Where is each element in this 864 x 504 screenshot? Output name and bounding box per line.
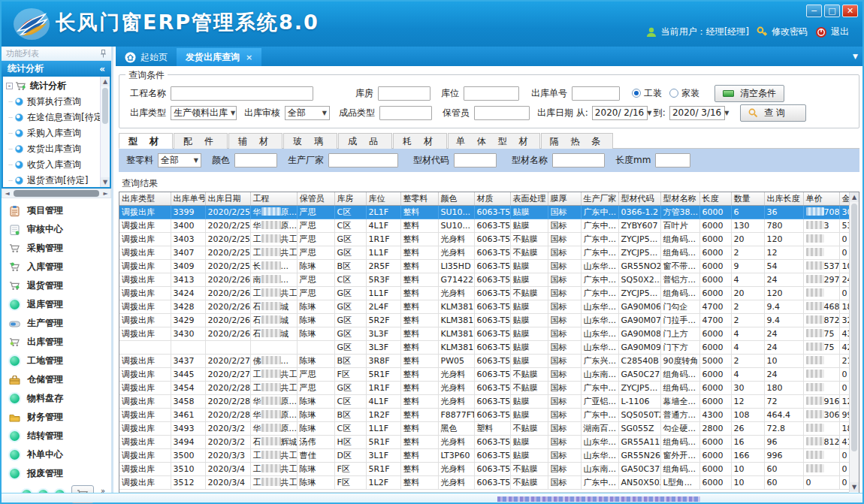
- tree-horizontal-scrollbar[interactable]: ◄ ►: [2, 189, 111, 198]
- table-row[interactable]: 调拨出库34452020/2/27工共工程严思F区5R1F整料光身料6063-T…: [119, 367, 859, 381]
- sidebar-item-财务管理[interactable]: 财务管理: [9, 408, 111, 427]
- profile-name-input[interactable]: [552, 153, 605, 167]
- table-row[interactable]: 调拨出库35102020/3/4工共工程陈琳F区5R1F整料光身料6063-T5…: [119, 462, 859, 475]
- grid-vertical-scrollbar[interactable]: ▲ ▼: [849, 192, 859, 492]
- scroll-up-icon[interactable]: ▲: [101, 77, 110, 86]
- material-tab-5[interactable]: 耗 材: [393, 133, 447, 149]
- sidebar-item-工地管理[interactable]: 工地管理: [9, 352, 111, 370]
- table-row[interactable]: 调拨出库34612020/2/28华原...陈琳B区1R2F整料F8877FT6…: [119, 408, 859, 421]
- close-button[interactable]: ✕: [842, 5, 858, 17]
- minimize-button[interactable]: ─: [806, 5, 822, 17]
- column-header-wh[interactable]: 库房: [334, 192, 366, 205]
- column-header-outlen[interactable]: 出库长度: [764, 192, 803, 205]
- table-row[interactable]: 调拨出库34072020/2/25工共工程严思G区1L1F整料光身料6063-T…: [119, 246, 859, 259]
- sidebar-item-生产管理[interactable]: 生产管理: [9, 314, 111, 333]
- date-from-picker[interactable]: 2020/ 2/16▼: [592, 106, 648, 120]
- sidebar-item-报废管理[interactable]: 报废管理: [9, 464, 111, 483]
- sidebar-item-退库管理[interactable]: 退库管理: [9, 295, 111, 314]
- table-row[interactable]: G区3L3F整料KLM38176063-T5贴膜国标山东华...GA90M09.…: [119, 340, 859, 354]
- product-type-input[interactable]: [379, 106, 432, 120]
- sidebar-item-采购管理[interactable]: 采购管理: [9, 239, 111, 258]
- sidebar-item-退货管理[interactable]: 退货管理: [9, 276, 111, 295]
- column-header-color[interactable]: 颜色: [438, 192, 474, 205]
- search-button[interactable]: 查 询: [740, 104, 806, 122]
- table-row[interactable]: 调拨出库34242020/2/26工共工程严思G区1L1F整料光身料6063-T…: [119, 286, 859, 300]
- column-header-code[interactable]: 型材代码: [618, 192, 660, 205]
- table-row[interactable]: 调拨出库34292020/2/26石城陈琳G区5R2F整料KLM38176063…: [119, 313, 859, 327]
- scroll-right-icon[interactable]: ►: [101, 190, 110, 197]
- tree-item[interactable]: ┄ 收货入库查询: [6, 157, 110, 173]
- table-row[interactable]: 调拨出库34282020/2/26石城陈琳G区2L4F整料KLM38176063…: [119, 300, 859, 313]
- table-row[interactable]: 调拨出库34542020/2/28工共工程严思G区1R1F整料光身料6063-T…: [119, 381, 859, 394]
- clear-conditions-button[interactable]: 清空条件: [714, 85, 784, 102]
- maker-input[interactable]: [328, 153, 398, 167]
- warehouse-input[interactable]: [378, 86, 430, 101]
- tree-expander-icon[interactable]: -: [6, 83, 13, 89]
- column-header-no[interactable]: 出库单号: [171, 192, 205, 205]
- material-tab-7[interactable]: 隔 热 条: [541, 133, 613, 149]
- table-row[interactable]: 调拨出库34002020/2/25华原...严思C区4L1F整料SU10...6…: [119, 219, 859, 232]
- order-no-input[interactable]: [572, 86, 620, 101]
- table-row[interactable]: 调拨出库34942020/3/2石辉城汤伟H区5R1F整料光身料6063-T5贴…: [119, 435, 859, 448]
- table-row[interactable]: 调拨出库34582020/2/28华原...陈琳C区4L1F整料光身料6063-…: [119, 394, 859, 408]
- scroll-down-icon[interactable]: ▼: [101, 177, 110, 187]
- table-row[interactable]: 调拨出库34132020/2/26南...严思C区5R3F整料G71422606…: [119, 273, 859, 286]
- tab-close-icon[interactable]: ×: [246, 53, 252, 62]
- column-header-project[interactable]: 工程: [250, 192, 297, 205]
- scroll-up-icon[interactable]: ▲: [850, 192, 859, 202]
- material-tab-4[interactable]: 成 品: [338, 133, 392, 149]
- column-header-len[interactable]: 长度: [699, 192, 731, 205]
- tab-home[interactable]: 起始页: [116, 48, 177, 66]
- column-header-maker[interactable]: 生产厂家: [581, 192, 618, 205]
- material-tab-6[interactable]: 单 体 型 材: [448, 133, 540, 149]
- location-input[interactable]: [464, 86, 519, 101]
- sidebar-item-补单中心[interactable]: 补单中心: [9, 445, 111, 464]
- maximize-button[interactable]: □: [824, 5, 840, 17]
- column-header-material[interactable]: 材质: [474, 192, 510, 205]
- pin-icon[interactable]: [100, 50, 107, 58]
- tree-item[interactable]: ┄ 发货出库查询: [6, 141, 110, 157]
- table-row[interactable]: 调拨出库34302020/2/26石城陈琳G区3L3F整料KLM38176063…: [119, 327, 859, 340]
- column-header-surface[interactable]: 表面处理: [510, 192, 548, 205]
- keeper-input[interactable]: [474, 106, 530, 120]
- scroll-down-icon[interactable]: ▼: [850, 482, 859, 492]
- column-header-keeper[interactable]: 保管员: [297, 192, 334, 205]
- whole-part-select[interactable]: 全部▼: [158, 153, 201, 167]
- material-tab-3[interactable]: 玻 璃: [283, 133, 337, 149]
- table-row[interactable]: 调拨出库34372020/2/27佛...陈琳B区3R8F整料PW056063-…: [119, 354, 859, 367]
- column-header-whole[interactable]: 整零料: [400, 192, 438, 205]
- tree-item[interactable]: ┄ 采购入库查询: [6, 125, 110, 141]
- tab-shipping-outbound-query[interactable]: 发货出库查询 ×: [177, 48, 261, 66]
- table-row[interactable]: 调拨出库34032020/2/25工共工程严思G区1R1F整料光身料6063-T…: [119, 232, 859, 246]
- collapse-icon[interactable]: «: [99, 64, 105, 74]
- table-row[interactable]: 调拨出库35122020/3/4工共工程陈琳F区1L2F整料光身料6063-T5…: [119, 475, 859, 489]
- date-to-picker[interactable]: 2020/ 3/16▼: [669, 106, 725, 120]
- out-type-select[interactable]: 生产领料出库▼: [171, 106, 237, 120]
- material-tab-0[interactable]: 型 材: [119, 133, 173, 149]
- length-input[interactable]: [655, 153, 690, 167]
- sidebar-item-入库管理[interactable]: 入库管理: [9, 258, 111, 276]
- column-header-price[interactable]: 单价: [803, 192, 839, 205]
- logout-button[interactable]: 退出: [815, 26, 849, 38]
- sidebar-item-结转管理[interactable]: 结转管理: [9, 427, 111, 445]
- tree-root[interactable]: - 统计分析: [6, 78, 110, 94]
- sidebar-item-审核中心[interactable]: 审核中心: [9, 220, 111, 239]
- tree-vertical-scrollbar[interactable]: ▲ ▼: [100, 77, 110, 187]
- tab-list-caret-icon[interactable]: ▼: [853, 53, 858, 60]
- table-row[interactable]: 调拨出库35002020/3/3工共工程曹佳D区3L1F整料LT3P606063…: [119, 448, 859, 462]
- change-password-button[interactable]: 修改密码: [757, 26, 808, 38]
- column-header-date[interactable]: 出库日期: [205, 192, 250, 205]
- radio-jiazhuang[interactable]: 家装: [669, 87, 699, 100]
- tree-item[interactable]: ┄ 退货查询[待定]: [6, 173, 110, 189]
- tree-item[interactable]: ┄ 在途信息查询[待定]: [6, 110, 110, 125]
- project-name-input[interactable]: [171, 86, 313, 101]
- tree-item[interactable]: ┄ 预算执行查询: [6, 94, 110, 110]
- table-row[interactable]: 调拨出库34932020/3/2华原...陈琳C区1L1F整料黑色塑料不贴膜国标…: [119, 421, 859, 435]
- column-header-name[interactable]: 型材名称: [660, 192, 699, 205]
- table-row[interactable]: 调拨出库34092020/2/25长...陈琳B区2R5F整料LI35HD606…: [119, 259, 859, 273]
- out-audit-select[interactable]: 全部▼: [285, 106, 330, 120]
- table-row[interactable]: 调拨出库33992020/2/25华原...严思C区2L1F整料SU10...6…: [119, 205, 859, 219]
- column-header-film[interactable]: 膜厚: [548, 192, 581, 205]
- scroll-left-icon[interactable]: ◄: [2, 190, 12, 197]
- column-header-type[interactable]: 出库类型: [119, 192, 171, 205]
